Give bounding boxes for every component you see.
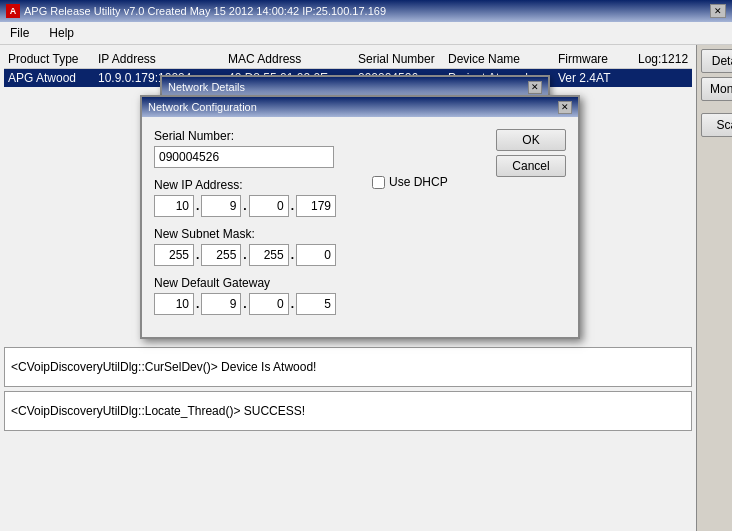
- serial-number-group: Serial Number:: [154, 129, 488, 168]
- dialog-buttons: OK Cancel: [496, 129, 566, 325]
- main-area: Product Type IP Address MAC Address Seri…: [0, 45, 732, 531]
- cell-firmware: Ver 2.4AT: [558, 71, 638, 85]
- subnet-dot-1: .: [196, 248, 199, 262]
- dhcp-checkbox[interactable]: [372, 176, 385, 189]
- header-firmware: Firmware: [558, 52, 638, 66]
- cancel-button[interactable]: Cancel: [496, 155, 566, 177]
- gateway-octet-3[interactable]: [249, 293, 289, 315]
- app-icon: A: [6, 4, 20, 18]
- details-button[interactable]: Details: [701, 49, 732, 73]
- gateway-dot-2: .: [243, 297, 246, 311]
- ip-octet-2[interactable]: [201, 195, 241, 217]
- subnet-dot-2: .: [243, 248, 246, 262]
- log-text-2: <CVoipDiscoveryUtilDlg::Locate_Thread()>…: [11, 404, 305, 418]
- network-details-title: Network Details: [168, 81, 245, 93]
- ip-dot-1: .: [196, 199, 199, 213]
- monitor-button[interactable]: Monitor: [701, 77, 732, 101]
- title-bar: A APG Release Utility v7.0 Created May 1…: [0, 0, 732, 22]
- gateway-group: New Default Gateway . . .: [154, 276, 488, 315]
- dhcp-text: Use DHCP: [389, 175, 448, 189]
- ip-octet-4[interactable]: [296, 195, 336, 217]
- network-config-form: Serial Number: Use DHCP: [154, 129, 488, 325]
- gateway-input-group: . . .: [154, 293, 488, 315]
- scan-button[interactable]: Scan: [701, 113, 732, 137]
- menu-help[interactable]: Help: [43, 24, 80, 42]
- network-details-close-btn[interactable]: ✕: [528, 81, 542, 94]
- subnet-octet-2[interactable]: [201, 244, 241, 266]
- content-area: Product Type IP Address MAC Address Seri…: [0, 45, 696, 531]
- gateway-octet-1[interactable]: [154, 293, 194, 315]
- gateway-dot-1: .: [196, 297, 199, 311]
- gateway-octet-2[interactable]: [201, 293, 241, 315]
- subnet-mask-group: New Subnet Mask: . . .: [154, 227, 488, 266]
- table-header: Product Type IP Address MAC Address Seri…: [4, 49, 692, 69]
- subnet-mask-input-group: . . .: [154, 244, 488, 266]
- ip-address-input-group: . . .: [154, 195, 488, 217]
- subnet-dot-3: .: [291, 248, 294, 262]
- header-ip-address: IP Address: [98, 52, 228, 66]
- network-details-title-bar: Network Details ✕: [162, 77, 548, 97]
- subnet-mask-label: New Subnet Mask:: [154, 227, 488, 241]
- header-log: Log:1212: [638, 52, 688, 66]
- network-config-close-btn[interactable]: ✕: [558, 101, 572, 114]
- title-bar-controls: ✕: [710, 4, 726, 18]
- log-text-1: <CVoipDiscoveryUtilDlg::CurSelDev()> Dev…: [11, 360, 316, 374]
- log-message-2: <CVoipDiscoveryUtilDlg::Locate_Thread()>…: [4, 391, 692, 431]
- network-config-dialog[interactable]: Network Configuration ✕ Serial Number:: [140, 95, 580, 339]
- menu-file[interactable]: File: [4, 24, 35, 42]
- subnet-octet-1[interactable]: [154, 244, 194, 266]
- ip-octet-3[interactable]: [249, 195, 289, 217]
- close-button[interactable]: ✕: [710, 4, 726, 18]
- dhcp-group: Use DHCP: [372, 175, 448, 189]
- gateway-label: New Default Gateway: [154, 276, 488, 290]
- header-serial-number: Serial Number: [358, 52, 448, 66]
- title-bar-left: A APG Release Utility v7.0 Created May 1…: [6, 4, 386, 18]
- serial-number-input[interactable]: [154, 146, 334, 168]
- log-message-1: <CVoipDiscoveryUtilDlg::CurSelDev()> Dev…: [4, 347, 692, 387]
- network-config-title: Network Configuration: [148, 101, 257, 113]
- header-device-name: Device Name: [448, 52, 558, 66]
- gateway-octet-4[interactable]: [296, 293, 336, 315]
- cell-product-type: APG Atwood: [8, 71, 98, 85]
- ip-dot-2: .: [243, 199, 246, 213]
- header-mac-address: MAC Address: [228, 52, 358, 66]
- subnet-octet-3[interactable]: [249, 244, 289, 266]
- serial-number-label: Serial Number:: [154, 129, 488, 143]
- sidebar: Details Monitor Scan: [696, 45, 732, 531]
- network-config-title-bar: Network Configuration ✕: [142, 97, 578, 117]
- network-config-body: Serial Number: Use DHCP: [142, 117, 578, 337]
- dhcp-label: Use DHCP: [372, 175, 448, 189]
- title-text: APG Release Utility v7.0 Created May 15 …: [24, 5, 386, 17]
- subnet-octet-4[interactable]: [296, 244, 336, 266]
- ip-dot-3: .: [291, 199, 294, 213]
- gateway-dot-3: .: [291, 297, 294, 311]
- ok-button[interactable]: OK: [496, 129, 566, 151]
- menu-bar: File Help: [0, 22, 732, 45]
- header-product-type: Product Type: [8, 52, 98, 66]
- ip-octet-1[interactable]: [154, 195, 194, 217]
